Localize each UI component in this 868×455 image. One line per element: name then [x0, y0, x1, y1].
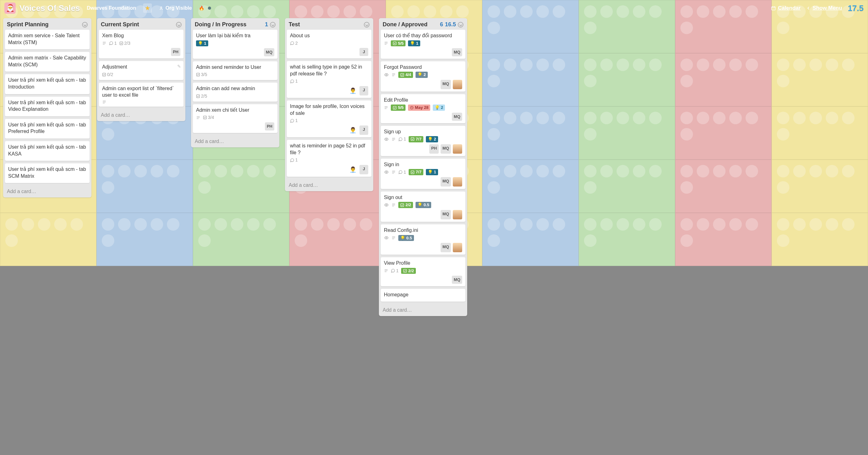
member-chip[interactable]: PH	[171, 48, 180, 56]
list-menu-icon[interactable]	[364, 22, 370, 28]
board-total-points: 17.5	[848, 3, 864, 13]
member-avatar[interactable]	[453, 177, 462, 187]
card[interactable]: User trả phí xem kết quả scm - tab Video…	[5, 97, 90, 117]
org-name[interactable]: Dwarves Foundation	[84, 4, 139, 12]
card[interactable]: Admin xem chi tiết User 3/4PH	[193, 104, 277, 133]
description-icon	[392, 236, 396, 240]
card[interactable]: what is selling type in page 52 in pdf r…	[287, 61, 371, 98]
card-title: User trả phí xem kết quả scm - tab Intro…	[8, 77, 86, 90]
card[interactable]: Sign out 2/2💡 0.5MQ	[381, 192, 465, 222]
member-chip[interactable]: MQ	[441, 177, 451, 187]
member-avatar[interactable]	[453, 80, 462, 89]
card[interactable]: Xem Blog 1 2/3PH	[99, 30, 184, 59]
point-badge: 💡 0.5	[415, 202, 431, 208]
card[interactable]: Admin can add new admin 2/5	[193, 83, 277, 101]
list-title: Test	[289, 21, 300, 28]
card[interactable]: Sign in 1 7/7💡 1MQ	[381, 159, 465, 189]
card[interactable]: Admin send reminder to User 3/5	[193, 61, 277, 80]
card-members: MQ	[384, 210, 462, 219]
list-header[interactable]: Doing / In Progress1	[191, 18, 279, 30]
card[interactable]: User trả phí xem kết quả scm - tab Prefe…	[5, 119, 90, 139]
member-chip[interactable]: MQ	[452, 112, 462, 121]
member-chip[interactable]: J	[360, 126, 368, 135]
card-title: Adjustment	[102, 64, 180, 70]
list-menu-icon[interactable]	[82, 22, 88, 28]
card[interactable]: Forgot Password 4/4💡 2MQ	[381, 61, 465, 92]
add-card-button[interactable]: Add a card…	[3, 186, 91, 197]
card[interactable]: User trả phí xem kết quả scm - tab KASA	[5, 141, 90, 161]
card[interactable]: Homepage	[381, 289, 465, 302]
card[interactable]: User làm lại bài kiểm tra💡 1MQ	[193, 30, 277, 59]
card-badges: 5/5💡 1	[384, 40, 462, 46]
card[interactable]: Image for sale profile, Icon voices of s…	[287, 100, 371, 137]
member-chip[interactable]: MQ	[441, 210, 451, 219]
board-canvas[interactable]: Sprint Planning Admin xem service - Sale…	[0, 16, 868, 454]
member-avatar[interactable]: 👨‍💼	[348, 86, 358, 95]
board-title[interactable]: Voices Of Sales	[20, 3, 80, 13]
member-chip[interactable]: J	[360, 48, 368, 56]
comments-badge: 1	[398, 169, 406, 175]
member-avatar[interactable]	[453, 144, 462, 154]
member-chip[interactable]: PH	[429, 144, 439, 154]
member-avatar[interactable]	[453, 210, 462, 219]
add-card-button[interactable]: Add a card…	[285, 179, 373, 191]
add-card-button[interactable]: Add a card…	[191, 135, 279, 148]
member-chip[interactable]: MQ	[441, 243, 451, 252]
member-chip[interactable]: MQ	[452, 276, 462, 284]
list-header[interactable]: Current Sprint	[97, 18, 185, 30]
card[interactable]: Edit Profile 5/5 May 28💡 2MQ	[381, 94, 465, 123]
card-title: Sign in	[384, 161, 462, 168]
card[interactable]: Admin can export list of `filtered` user…	[99, 83, 184, 107]
list-menu-icon[interactable]	[270, 22, 276, 28]
card[interactable]: User trả phí xem kết quả scm - tab SCM M…	[5, 163, 90, 183]
card[interactable]: About us 2J	[287, 30, 371, 59]
card[interactable]: Admin xem service - Sale Talent Matrix (…	[5, 30, 90, 50]
member-avatar[interactable]: 👨‍💼	[348, 126, 358, 135]
card[interactable]: Sign up 1 7/7💡 2PHMQ	[381, 126, 465, 156]
list-menu-icon[interactable]	[176, 22, 182, 28]
list-header[interactable]: Sprint Planning	[3, 18, 91, 30]
card-members: MQ	[196, 48, 274, 56]
description-icon	[384, 41, 388, 45]
card[interactable]: User có thể thay đổi password 5/5💡 1MQ	[381, 30, 465, 59]
star-button[interactable]: ★	[143, 3, 152, 13]
checklist-badge: 7/7	[409, 169, 423, 175]
comments-badge: 1	[290, 78, 298, 84]
card[interactable]: View Profile 1 2/2MQ	[381, 257, 465, 286]
visibility-button[interactable]: Org Visible	[156, 4, 195, 12]
card-title: User trả phí xem kết quả scm - tab Prefe…	[8, 122, 86, 135]
member-chip[interactable]: PH	[265, 122, 274, 130]
list-cards: Admin xem service - Sale Talent Matrix (…	[3, 30, 91, 186]
card[interactable]: Admin xem matrix - Sale Capability Matri…	[5, 52, 90, 72]
member-chip[interactable]: MQ	[452, 48, 462, 56]
list-header[interactable]: Done / Approved6 16.5	[379, 18, 467, 30]
add-card-button[interactable]: Add a card…	[379, 304, 467, 316]
member-chip[interactable]: MQ	[441, 144, 451, 154]
card-members: PH	[196, 122, 274, 130]
checklist-badge: 3/4	[203, 115, 214, 121]
card-title: Admin xem matrix - Sale Capability Matri…	[8, 55, 86, 68]
pencil-icon[interactable]: ✎	[177, 64, 181, 69]
description-icon	[392, 73, 396, 77]
card[interactable]: Read Config.ini💡 0.5MQ	[381, 224, 465, 255]
member-chip[interactable]: MQ	[441, 80, 451, 89]
member-chip[interactable]: MQ	[264, 48, 274, 56]
list-menu-icon[interactable]	[458, 22, 463, 28]
member-chip[interactable]: J	[360, 86, 368, 95]
card-members: PH	[102, 48, 180, 56]
watch-icon	[384, 137, 389, 141]
member-avatar[interactable]: 👨‍💼	[348, 165, 358, 174]
list: Test About us 2Jwhat is selling type in …	[285, 18, 373, 191]
calendar-link[interactable]: Calendar	[771, 5, 801, 11]
card-members: MQ	[384, 112, 462, 121]
card[interactable]: User trả phí xem kết quả scm - tab Intro…	[5, 74, 90, 94]
card[interactable]: what is reminder in page 52 in pdf file …	[287, 140, 371, 177]
card[interactable]: Adjustment✎ 0/2	[99, 61, 184, 80]
list-header[interactable]: Test	[285, 18, 373, 30]
add-card-button[interactable]: Add a card…	[97, 109, 185, 121]
member-chip[interactable]: J	[360, 165, 368, 174]
show-menu-button[interactable]: Show Menu	[806, 5, 842, 11]
card-badges: 3/4	[196, 115, 274, 121]
watch-icon	[384, 73, 389, 77]
member-avatar[interactable]	[453, 243, 462, 252]
